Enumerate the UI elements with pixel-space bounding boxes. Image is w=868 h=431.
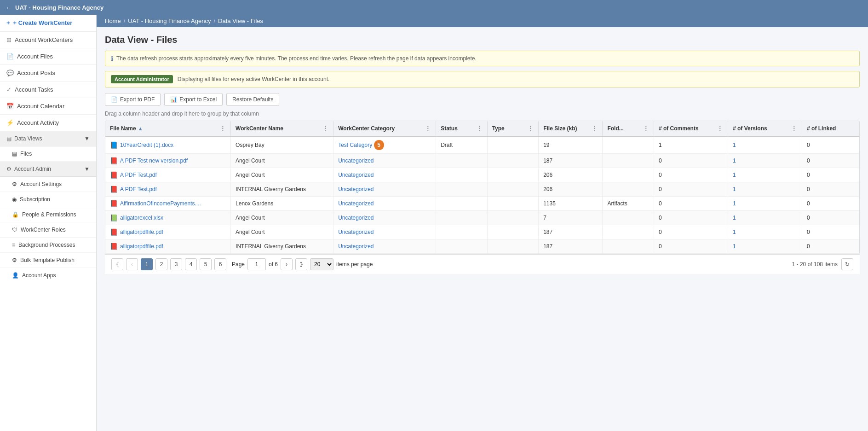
sidebar-item-bulk-template-publish[interactable]: ⚙ Bulk Template Publish — [0, 253, 96, 268]
table-cell-workcenter-category[interactable]: Uncategorized — [333, 197, 436, 211]
table-cell-versions[interactable]: 1 — [728, 182, 802, 197]
data-views-label: Data Views — [14, 135, 42, 142]
col-file-size[interactable]: File Size (kb) ⋮ — [539, 121, 603, 136]
table-cell-versions[interactable]: 1 — [728, 154, 802, 168]
page-prev-button[interactable]: ‹ — [126, 258, 138, 270]
page-input[interactable] — [247, 258, 266, 270]
page-5-button[interactable]: 5 — [200, 258, 212, 270]
refresh-button[interactable]: ↻ — [841, 258, 853, 270]
sidebar-item-background-processes[interactable]: ≡ Background Processes — [0, 238, 96, 253]
page-3-button[interactable]: 3 — [170, 258, 182, 270]
col-file-name[interactable]: File Name ▲ ⋮ — [105, 121, 231, 136]
table-row: 📗 alligatorexcel.xlsx Angel Court Uncate… — [105, 211, 859, 225]
page-last-button[interactable]: ⟫ — [295, 258, 307, 270]
account-admin-section[interactable]: ⚙ Account Admin ▼ — [0, 162, 96, 177]
sidebar-item-account-settings[interactable]: ⚙ Account Settings — [0, 177, 96, 192]
table-cell-versions[interactable]: 1 — [728, 211, 802, 225]
export-pdf-button[interactable]: 📄 Export to PDF — [105, 93, 161, 106]
sidebar-item-account-files[interactable]: 📄 Account Files — [0, 48, 96, 65]
sidebar-item-files[interactable]: ▤ Files — [0, 146, 96, 162]
grid-icon: ⊞ — [6, 36, 11, 43]
col-menu-workcenter-name[interactable]: ⋮ — [322, 125, 328, 132]
page-first-button[interactable]: ⟪ — [111, 258, 123, 270]
table-cell-workcenter-category[interactable]: Uncategorized — [333, 211, 436, 225]
table-cell-versions[interactable]: 1 — [728, 239, 802, 254]
col-folder-label: Fold... — [607, 125, 623, 132]
col-menu-comments[interactable]: ⋮ — [717, 125, 723, 132]
col-type-label: Type — [492, 125, 505, 132]
table-cell-file-size: 187 — [539, 225, 603, 239]
table-cell-file-size: 19 — [539, 136, 603, 154]
table-cell-filename[interactable]: 📕 AffirmationOfIncomePayments.... — [105, 197, 231, 211]
table-cell-workcenter-category[interactable]: Uncategorized — [333, 182, 436, 197]
col-comments[interactable]: # of Comments ⋮ — [654, 121, 728, 136]
page-1-button[interactable]: 1 — [141, 258, 153, 270]
alert-info-text: The data refresh process starts approxim… — [116, 55, 477, 62]
calendar-icon: 📅 — [6, 103, 14, 110]
table-cell-filename[interactable]: 📘 10YearCredit (1).docx — [105, 136, 231, 154]
col-menu-versions[interactable]: ⋮ — [791, 125, 797, 132]
col-menu-file-name[interactable]: ⋮ — [219, 125, 226, 132]
sidebar-item-people-permissions[interactable]: 🔒 People & Permissions — [0, 207, 96, 222]
table-cell-filename[interactable]: 📕 alligatorpdffile.pdf — [105, 239, 231, 254]
col-versions[interactable]: # of Versions ⋮ — [728, 121, 802, 136]
col-workcenter-name[interactable]: WorkCenter Name ⋮ — [231, 121, 333, 136]
col-workcenter-category[interactable]: WorkCenter Category ⋮ — [333, 121, 436, 136]
col-linked[interactable]: # of Linked — [802, 121, 859, 136]
sidebar-item-account-calendar[interactable]: 📅 Account Calendar — [0, 98, 96, 115]
restore-defaults-button[interactable]: Restore Defaults — [226, 93, 279, 106]
table-cell-filename[interactable]: 📕 A PDF Test new version.pdf — [105, 154, 231, 168]
table-cell-workcenter-name: INTERNAL Giverny Gardens — [231, 182, 333, 197]
table-cell-workcenter-category[interactable]: Uncategorized — [333, 168, 436, 182]
breadcrumb-agency[interactable]: UAT - Housing Finance Agency — [128, 17, 211, 24]
col-menu-workcenter-category[interactable]: ⋮ — [425, 125, 431, 132]
table-cell-filename[interactable]: 📕 A PDF Test.pdf — [105, 168, 231, 182]
create-workcenter-button[interactable]: + + Create WorkCenter — [0, 15, 96, 32]
files-sub-icon: ▤ — [12, 151, 17, 157]
data-views-section[interactable]: ▤ Data Views ▼ — [0, 131, 96, 146]
table-cell-type — [487, 136, 539, 154]
table-cell-workcenter-category[interactable]: Uncategorized — [333, 239, 436, 254]
account-admin-label: Account Admin — [14, 166, 51, 172]
sidebar-item-workcenter-roles[interactable]: 🛡 WorkCenter Roles — [0, 222, 96, 238]
sidebar-item-account-posts[interactable]: 💬 Account Posts — [0, 65, 96, 82]
table-cell-workcenter-category[interactable]: Test Category 5 — [333, 136, 436, 154]
table-cell-workcenter-name: Angel Court — [231, 225, 333, 239]
sidebar-item-account-apps[interactable]: 👤 Account Apps — [0, 268, 96, 283]
sidebar-item-account-tasks[interactable]: ✓ Account Tasks — [0, 82, 96, 98]
page-next-button[interactable]: › — [281, 258, 293, 270]
page-2-button[interactable]: 2 — [155, 258, 167, 270]
table-cell-comments: 1 — [654, 136, 728, 154]
plus-icon: + — [6, 19, 10, 26]
table-cell-folder — [603, 182, 654, 197]
items-per-page-select[interactable]: 5 10 20 50 100 — [310, 258, 333, 270]
table-cell-versions[interactable]: 1 — [728, 136, 802, 154]
col-menu-status[interactable]: ⋮ — [476, 125, 483, 132]
col-status[interactable]: Status ⋮ — [436, 121, 488, 136]
table-cell-type — [487, 239, 539, 254]
export-excel-button[interactable]: 📊 Export to Excel — [164, 93, 223, 106]
table-cell-workcenter-category[interactable]: Uncategorized — [333, 154, 436, 168]
col-folder[interactable]: Fold... ⋮ — [603, 121, 654, 136]
col-menu-folder[interactable]: ⋮ — [643, 125, 649, 132]
alert-admin-text: Displaying all files for every active Wo… — [178, 76, 330, 82]
table-cell-versions[interactable]: 1 — [728, 197, 802, 211]
sidebar-item-account-workcenters[interactable]: ⊞ Account WorkCenters — [0, 32, 96, 48]
col-type[interactable]: Type ⋮ — [487, 121, 539, 136]
table-cell-filename[interactable]: 📕 A PDF Test.pdf — [105, 182, 231, 197]
sidebar-item-subscription[interactable]: ◉ Subscription — [0, 192, 96, 207]
table-cell-filename[interactable]: 📗 alligatorexcel.xlsx — [105, 211, 231, 225]
breadcrumb-home[interactable]: Home — [105, 17, 121, 24]
col-menu-type[interactable]: ⋮ — [527, 125, 534, 132]
table-cell-workcenter-category[interactable]: Uncategorized — [333, 225, 436, 239]
table-cell-filename[interactable]: 📕 alligatorpdffile.pdf — [105, 225, 231, 239]
page-6-button[interactable]: 6 — [214, 258, 226, 270]
sidebar-item-account-activity[interactable]: ⚡ Account Activity — [0, 115, 96, 131]
table-cell-versions[interactable]: 1 — [728, 225, 802, 239]
col-menu-file-size[interactable]: ⋮ — [591, 125, 598, 132]
table-cell-versions[interactable]: 1 — [728, 168, 802, 182]
check-icon: ✓ — [6, 86, 11, 93]
table-cell-workcenter-name: Lenox Gardens — [231, 197, 333, 211]
page-4-button[interactable]: 4 — [185, 258, 197, 270]
back-arrow-icon[interactable]: ← — [6, 4, 11, 11]
